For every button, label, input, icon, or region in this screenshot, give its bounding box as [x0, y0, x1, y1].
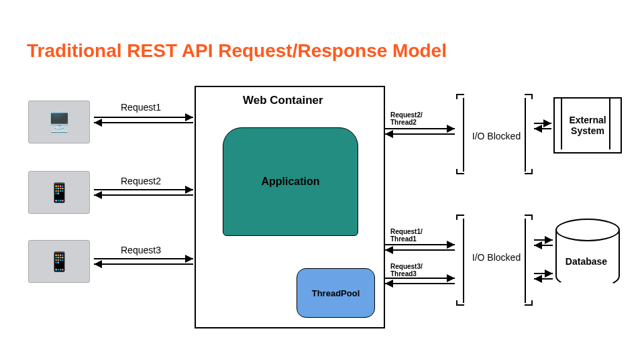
label-io-blocked-top: I/O Blocked — [470, 131, 523, 141]
external-system-line1: External — [569, 115, 606, 125]
external-notch-left — [554, 99, 562, 149]
label-request3: Request3 — [121, 245, 161, 255]
label-io-blocked-bottom: I/O Blocked — [470, 252, 523, 263]
label-request1: Request1 — [121, 102, 161, 113]
database-cylinder: Database — [555, 219, 617, 296]
external-notch-right — [609, 99, 617, 149]
application-box: Application — [223, 127, 358, 236]
label-request1-thread1: Request1/ Thread1 — [390, 228, 423, 243]
external-system-line2: System — [571, 125, 604, 136]
label-request2-thread2: Request2/ Thread2 — [390, 111, 423, 126]
page-title: Traditional REST API Request/Response Mo… — [27, 40, 447, 62]
database-label: Database — [555, 256, 617, 267]
web-container-title: Web Container — [243, 94, 323, 107]
threadpool-box: ThreadPool — [297, 268, 375, 318]
client-tablet-icon: 📱 — [28, 171, 90, 214]
web-container: Web Container Application ThreadPool — [195, 86, 385, 328]
label-request3-thread3: Request3/ Thread3 — [390, 263, 423, 278]
label-request2: Request2 — [121, 176, 161, 186]
client-phone-icon: 📱 — [28, 240, 90, 283]
client-desktop-icon: 🖥️ — [28, 101, 90, 143]
